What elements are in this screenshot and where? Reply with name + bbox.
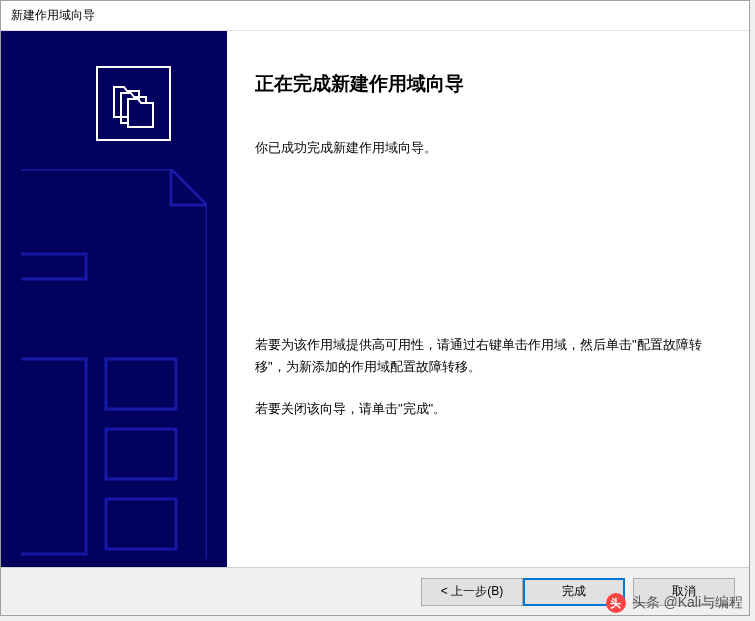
folders-icon [109, 79, 159, 129]
watermark: 头 头条 @Kali与编程 [606, 593, 743, 613]
server-outline-icon [21, 169, 207, 559]
back-button[interactable]: < 上一步(B) [421, 578, 523, 606]
close-instruction: 若要关闭该向导，请单击"完成"。 [255, 398, 719, 420]
watermark-logo-icon: 头 [606, 593, 626, 613]
availability-message: 若要为该作用域提供高可用性，请通过右键单击作用域，然后单击"配置故障转移"，为新… [255, 334, 719, 378]
wizard-heading: 正在完成新建作用域向导 [255, 71, 719, 97]
wizard-banner [1, 31, 227, 571]
title-bar: 新建作用域向导 [1, 1, 749, 31]
wizard-dialog: 新建作用域向导 [0, 0, 750, 616]
main-content: 正在完成新建作用域向导 你已成功完成新建作用域向导。 若要为该作用域提供高可用性… [227, 31, 749, 571]
dialog-title: 新建作用域向导 [11, 8, 95, 22]
banner-icon-frame [96, 66, 171, 141]
watermark-text: 头条 @Kali与编程 [632, 594, 743, 612]
success-message: 你已成功完成新建作用域向导。 [255, 137, 719, 159]
spacer [255, 179, 719, 334]
nav-button-group: < 上一步(B) 完成 [421, 578, 625, 606]
content-area: 正在完成新建作用域向导 你已成功完成新建作用域向导。 若要为该作用域提供高可用性… [1, 31, 749, 571]
